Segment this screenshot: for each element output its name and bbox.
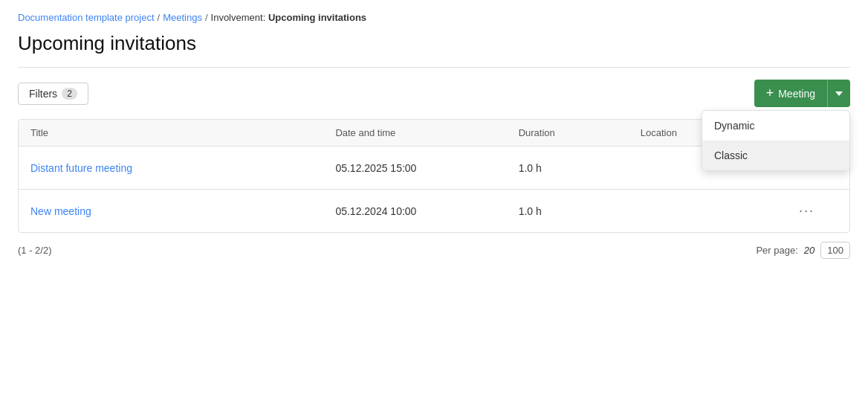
breadcrumb-sep2: / [205,12,208,23]
row2-actions: ··· [793,200,838,222]
add-meeting-dropdown-button[interactable] [827,80,850,107]
row1-title-link[interactable]: Distant future meeting [30,162,132,174]
row2-title: New meeting [30,205,335,217]
filters-button[interactable]: Filters 2 [18,83,88,105]
add-meeting-group: + Meeting Dynamic Classic [754,80,850,107]
meeting-type-dropdown: Dynamic Classic [702,110,850,171]
breadcrumb: Documentation template project / Meeting… [18,12,850,23]
row2-title-link[interactable]: New meeting [30,205,91,217]
row1-title: Distant future meeting [30,162,335,174]
chevron-down-icon [835,91,843,96]
row2-date: 05.12.2024 10:00 [335,205,518,217]
row2-actions-button[interactable]: ··· [793,200,820,222]
row1-date: 05.12.2025 15:00 [335,162,518,174]
page-wrapper: Documentation template project / Meeting… [0,0,868,271]
breadcrumb-sep1: / [158,12,161,23]
meeting-label: Meeting [778,88,815,100]
per-page-label: Per page: [756,245,797,256]
breadcrumb-current: Involvement: Upcoming invitations [211,12,367,23]
dropdown-item-dynamic[interactable]: Dynamic [702,111,849,141]
add-meeting-button[interactable]: + Meeting [754,80,827,107]
table-footer: (1 - 2/2) Per page: 20 100 [18,242,850,259]
per-page-selected[interactable]: 100 [820,242,850,259]
filters-badge: 2 [62,88,77,100]
per-page-current: 20 [804,245,814,256]
page-title: Upcoming invitations [18,32,850,55]
per-page-control: Per page: 20 100 [756,242,850,259]
breadcrumb-meetings[interactable]: Meetings [163,12,202,23]
section-divider [18,67,850,68]
row2-duration: 1.0 h [519,205,641,217]
col-header-title: Title [30,127,335,138]
toolbar: Filters 2 + Meeting Dynamic Classic [18,80,850,107]
filters-label: Filters [29,88,57,100]
pagination-info: (1 - 2/2) [18,245,52,256]
plus-icon: + [766,86,774,101]
table-row: New meeting 05.12.2024 10:00 1.0 h ··· [19,190,849,232]
dropdown-item-classic[interactable]: Classic [702,141,849,170]
breadcrumb-project[interactable]: Documentation template project [18,12,155,23]
row1-duration: 1.0 h [519,162,641,174]
col-header-duration: Duration [519,127,641,138]
col-header-datetime: Date and time [335,127,518,138]
